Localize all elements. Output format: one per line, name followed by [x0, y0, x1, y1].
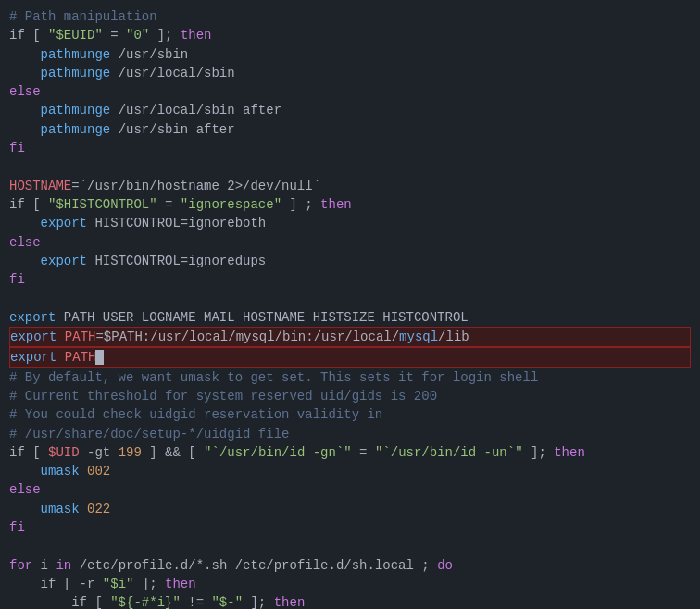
- line-20: # By default, we want umask to get set. …: [9, 368, 691, 387]
- line-2: if [ "$EUID" = "0" ]; then: [9, 26, 691, 44]
- line-14: export HISTCONTROL=ignoredups: [9, 252, 691, 270]
- comment-text: # Path manipulation: [9, 9, 157, 24]
- line-31: if [ -r "$i" ]; then: [9, 575, 691, 593]
- line-26: else: [9, 480, 691, 499]
- line-18-highlighted: export PATH=$PATH:/usr/local/mysql/bin:/…: [9, 327, 691, 347]
- line-1: # Path manipulation: [9, 7, 691, 26]
- line-29: [9, 537, 691, 555]
- line-7: pathmunge /usr/sbin after: [9, 120, 691, 139]
- line-30: for i in /etc/profile.d/*.sh /etc/profil…: [9, 556, 691, 575]
- line-32: if [ "${-#*i}" != "$-" ]; then: [9, 593, 691, 609]
- line-12: export HISTCONTROL=ignoreboth: [9, 214, 691, 232]
- line-15: fi: [9, 270, 691, 289]
- line-5: else: [9, 82, 691, 101]
- line-22: # You could check uidgid reservation val…: [9, 405, 691, 424]
- line-10: HOSTNAME=`/usr/bin/hostname 2>/dev/null`: [9, 177, 691, 195]
- line-16: [9, 289, 691, 307]
- line-11: if [ "$HISTCONTROL" = "ignorespace" ] ; …: [9, 195, 691, 214]
- line-4: pathmunge /usr/local/sbin: [9, 64, 691, 82]
- line-27: umask 022: [9, 500, 691, 518]
- code-editor: # Path manipulation if [ "$EUID" = "0" ]…: [0, 0, 700, 609]
- line-19-cursor: export PATH: [9, 347, 691, 367]
- line-21: # Current threshold for system reserved …: [9, 387, 691, 405]
- line-8: fi: [9, 139, 691, 157]
- line-6: pathmunge /usr/local/sbin after: [9, 101, 691, 119]
- line-3: pathmunge /usr/sbin: [9, 45, 691, 64]
- line-13: else: [9, 233, 691, 252]
- line-17: export PATH USER LOGNAME MAIL HOSTNAME H…: [9, 308, 691, 327]
- line-23: # /usr/share/doc/setup-*/uidgid file: [9, 425, 691, 443]
- line-9: [9, 157, 691, 176]
- line-24: if [ $UID -gt 199 ] && [ "`/usr/bin/id -…: [9, 443, 691, 462]
- line-25: umask 002: [9, 462, 691, 480]
- line-28: fi: [9, 518, 691, 537]
